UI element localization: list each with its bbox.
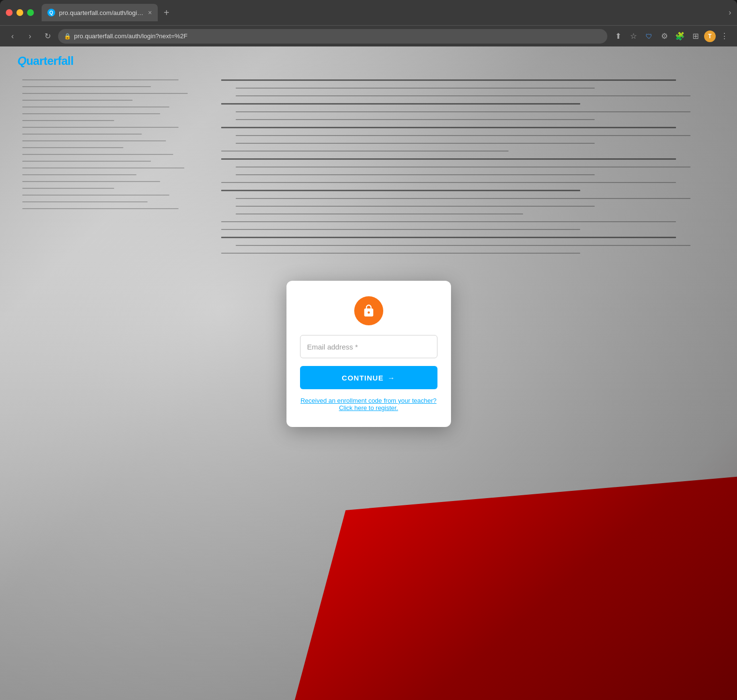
browser-content: Quarterfall CONTINUE → Received an enrol… [0,46,737,700]
profile-avatar[interactable]: T [704,30,716,42]
settings-icon[interactable]: ⚙ [658,30,671,43]
window-controls-right: › [729,8,731,17]
lock-icon [362,304,376,318]
grid-icon[interactable]: ⊞ [689,30,702,43]
extensions-icon[interactable]: 🧩 [673,30,687,43]
forward-button[interactable]: › [23,30,37,43]
browser-toolbar: ‹ › ↻ 🔒 pro.quarterfall.com/auth/login?n… [0,25,737,46]
toolbar-right-icons: ⬆ ☆ 🛡 ⚙ 🧩 ⊞ T ⋮ [611,30,731,43]
more-options-icon[interactable]: ⋮ [718,30,731,43]
tab-title: pro.quarterfall.com/auth/login... [59,9,144,16]
logo-text: Quarterfall [17,54,74,67]
maximize-window-button[interactable] [27,9,34,16]
minimize-window-button[interactable] [16,9,23,16]
login-card: CONTINUE → Received an enrollment code f… [286,281,451,427]
page-logo: Quarterfall [17,54,74,68]
tab-close-button[interactable]: × [148,9,152,16]
continue-label: CONTINUE [342,374,383,382]
lock-icon-circle [354,296,383,325]
tab-favicon: Q [47,9,55,16]
refresh-button[interactable]: ↻ [41,30,54,43]
window-chevron: › [729,8,731,17]
browser-chrome: Q pro.quarterfall.com/auth/login... × + … [0,0,737,46]
browser-tab-active[interactable]: Q pro.quarterfall.com/auth/login... × [42,4,158,21]
email-field[interactable] [300,335,437,358]
continue-button[interactable]: CONTINUE → [300,366,437,389]
bookmark-icon[interactable]: ☆ [627,30,640,43]
back-button[interactable]: ‹ [6,30,19,43]
address-bar[interactable]: 🔒 pro.quarterfall.com/auth/login?next=%2… [58,29,607,44]
tab-area: Q pro.quarterfall.com/auth/login... × + [42,4,725,21]
continue-arrow: → [388,374,395,382]
shield-icon[interactable]: 🛡 [642,30,656,43]
browser-titlebar: Q pro.quarterfall.com/auth/login... × + … [0,0,737,25]
url-display: pro.quarterfall.com/auth/login?next=%2F [74,32,602,40]
logo-q: Q [17,54,26,67]
new-tab-button[interactable]: + [160,6,173,19]
logo-name: uarterfall [26,54,74,67]
ssl-lock-icon: 🔒 [64,33,71,40]
close-window-button[interactable] [6,9,13,16]
left-page-text [22,79,207,570]
share-icon[interactable]: ⬆ [611,30,625,43]
enrollment-link[interactable]: Received an enrollment code from your te… [300,397,437,411]
traffic-lights [6,9,34,16]
